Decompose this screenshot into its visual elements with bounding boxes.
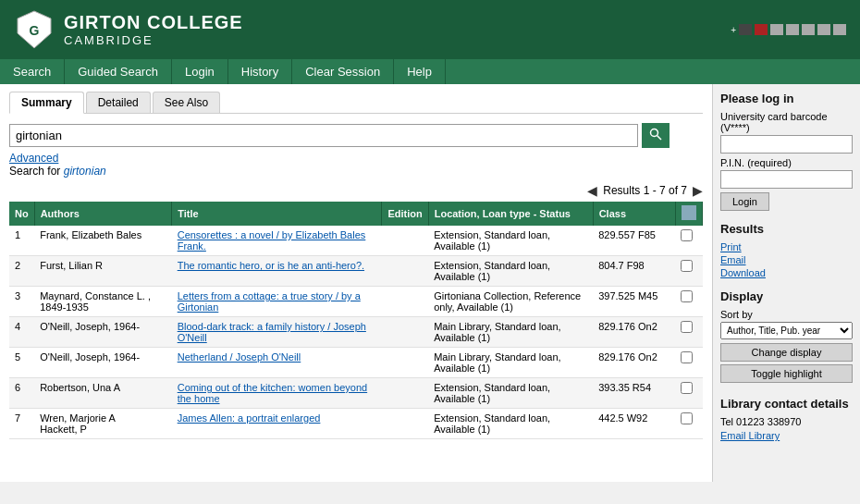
cell-checkbox <box>675 256 702 287</box>
barcode-input[interactable] <box>720 135 853 154</box>
cell-checkbox <box>675 317 702 348</box>
icon2[interactable] <box>755 24 768 35</box>
search-button[interactable] <box>642 123 670 148</box>
title-link[interactable]: Letters from a cottage: a true story / b… <box>178 290 361 313</box>
nav-item-guided-search[interactable]: Guided Search <box>65 59 172 84</box>
row-checkbox[interactable] <box>681 260 693 272</box>
login-button[interactable]: Login <box>720 192 769 211</box>
cell-no: 3 <box>9 287 34 317</box>
email-library-link[interactable]: Email Library <box>720 430 853 441</box>
title-link[interactable]: Censorettes : a novel / by Elizabeth Bal… <box>178 229 366 252</box>
cell-title: James Allen: a portrait enlarged <box>172 409 382 439</box>
cell-class: 442.5 W92 <box>593 409 675 439</box>
icon4[interactable] <box>786 24 799 35</box>
email-link[interactable]: Email <box>720 254 853 265</box>
nav-item-login[interactable]: Login <box>172 59 228 84</box>
main-layout: Summary Detailed See Also Advanced Searc… <box>0 84 860 482</box>
row-checkbox[interactable] <box>681 351 693 363</box>
cell-title: Netherland / Joseph O'Neill <box>172 348 382 378</box>
download-link[interactable]: Download <box>720 267 853 278</box>
icon5[interactable] <box>802 24 815 35</box>
change-display-button[interactable]: Change display <box>720 343 853 362</box>
tabs-bar: Summary Detailed See Also <box>9 92 703 114</box>
login-section: Please log in University card barcode (V… <box>720 92 853 211</box>
left-content: Summary Detailed See Also Advanced Searc… <box>0 84 712 482</box>
svg-text:G: G <box>30 23 40 38</box>
table-row: 6Robertson, Una AComing out of the kitch… <box>9 378 703 409</box>
row-checkbox[interactable] <box>681 229 693 241</box>
pin-input[interactable] <box>720 170 853 189</box>
col-class: Class <box>593 202 675 226</box>
plus-icon[interactable]: + <box>731 25 736 35</box>
col-location: Location, Loan type - Status <box>428 202 593 226</box>
cell-title: The romantic hero, or is he an anti-hero… <box>172 256 382 287</box>
tab-summary[interactable]: Summary <box>9 92 84 114</box>
cell-no: 4 <box>9 317 34 348</box>
title-link[interactable]: The romantic hero, or is he an anti-hero… <box>178 260 364 271</box>
icon6[interactable] <box>817 24 830 35</box>
cell-location: Extension, Standard loan, Available (1) <box>428 409 593 439</box>
cell-checkbox <box>675 226 702 256</box>
search-row <box>9 123 703 148</box>
cell-edition <box>382 409 428 439</box>
print-link[interactable]: Print <box>720 241 853 252</box>
title-link[interactable]: Coming out of the kitchen: women beyond … <box>178 382 367 404</box>
cell-location: Extension, Standard loan, Available (1) <box>428 226 593 256</box>
nav-item-search[interactable]: Search <box>0 59 65 84</box>
row-checkbox[interactable] <box>681 321 693 333</box>
checkbox-header-icon[interactable] <box>682 205 696 220</box>
table-row: 4O'Neill, Joseph, 1964-Blood-dark track:… <box>9 317 703 348</box>
cell-location: Girtoniana Collection, Reference only, A… <box>428 287 593 317</box>
cell-class: 829.176 On2 <box>593 348 675 378</box>
next-arrow[interactable]: ▶ <box>693 183 703 198</box>
cell-edition <box>382 226 428 256</box>
cell-authors: Wren, Marjorie AHackett, P <box>34 409 172 439</box>
table-row: 2Furst, Lilian RThe romantic hero, or is… <box>9 256 703 287</box>
cell-checkbox <box>675 409 702 439</box>
search-input[interactable] <box>9 124 638 147</box>
svg-point-2 <box>651 129 658 137</box>
results-nav: ◀ Results 1 - 7 of 7 ▶ <box>9 183 703 198</box>
toggle-highlight-button[interactable]: Toggle highlight <box>720 364 853 383</box>
nav-item-history[interactable]: History <box>228 59 292 84</box>
search-term: girtonian <box>64 165 106 178</box>
icon3[interactable] <box>770 24 783 35</box>
title-link[interactable]: Netherland / Joseph O'Neill <box>178 351 301 363</box>
cell-location: Extension, Standard loan, Available (1) <box>428 256 593 287</box>
cell-edition <box>382 317 428 348</box>
icon7[interactable] <box>833 24 846 35</box>
contact-section: Library contact details Tel 01223 338970… <box>720 397 853 441</box>
results-count: Results 1 - 7 of 7 <box>603 184 687 197</box>
cell-checkbox <box>675 378 702 409</box>
cell-title: Letters from a cottage: a true story / b… <box>172 287 382 317</box>
cell-no: 2 <box>9 256 34 287</box>
results-table: No Authors Title Edition Location, Loan … <box>9 202 703 439</box>
prev-arrow[interactable]: ◀ <box>587 183 597 198</box>
tab-detailed[interactable]: Detailed <box>86 92 151 113</box>
tab-see-also[interactable]: See Also <box>153 92 220 113</box>
row-checkbox[interactable] <box>681 290 693 302</box>
sort-select[interactable]: Author, Title, Pub. year <box>720 322 853 339</box>
header-icons: + <box>731 24 846 35</box>
cell-class: 829.557 F85 <box>593 226 675 256</box>
search-for-text: Search for girtonian <box>9 165 703 178</box>
icon1[interactable] <box>739 24 752 35</box>
row-checkbox[interactable] <box>681 382 693 394</box>
cell-class: 397.525 M45 <box>593 287 675 317</box>
sort-label: Sort by <box>720 309 853 320</box>
table-row: 5O'Neill, Joseph, 1964-Netherland / Jose… <box>9 348 703 378</box>
row-checkbox[interactable] <box>681 412 693 424</box>
nav-item-help[interactable]: Help <box>394 59 446 84</box>
advanced-link[interactable]: Advanced <box>9 152 58 165</box>
search-icon <box>649 128 662 141</box>
title-link[interactable]: James Allen: a portrait enlarged <box>178 412 321 424</box>
cell-edition <box>382 378 428 409</box>
display-heading: Display <box>720 289 853 303</box>
table-row: 1Frank, Elizabeth BalesCensorettes : a n… <box>9 226 703 256</box>
nav-item-clear-session[interactable]: Clear Session <box>292 59 394 84</box>
svg-line-3 <box>657 136 662 141</box>
title-link[interactable]: Blood-dark track: a family history / Jos… <box>178 321 366 343</box>
results-section: Results Print Email Download <box>720 222 853 278</box>
cell-checkbox <box>675 348 702 378</box>
cell-authors: Furst, Lilian R <box>34 256 172 287</box>
